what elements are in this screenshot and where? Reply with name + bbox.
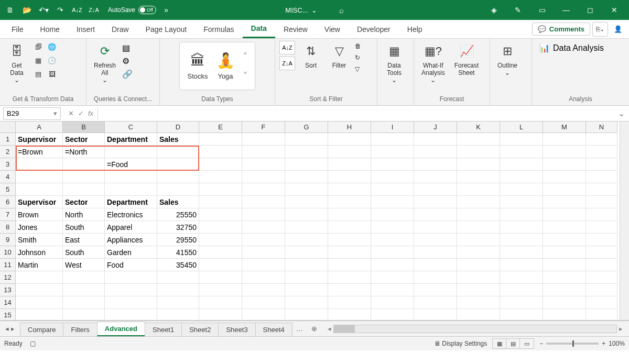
cell-I2[interactable] xyxy=(371,146,414,158)
cell-K1[interactable] xyxy=(457,133,500,146)
close-button[interactable]: ✕ xyxy=(603,4,626,16)
display-settings-button[interactable]: 🖥 Display Settings xyxy=(434,340,487,347)
what-if-button[interactable]: ▦? What-If Analysis ⌄ xyxy=(418,41,448,85)
from-table-icon[interactable]: ▦ xyxy=(32,54,44,66)
reapply-button[interactable]: ↻ xyxy=(355,52,361,63)
cell-B12[interactable] xyxy=(63,271,105,284)
cell-C9[interactable]: Appliances xyxy=(105,234,157,246)
cell-I14[interactable] xyxy=(371,296,414,309)
cell-N4[interactable] xyxy=(586,171,617,183)
queries-icon[interactable]: ▤ xyxy=(122,43,133,53)
comments-button[interactable]: 💬 Comments xyxy=(532,23,590,36)
cell-A13[interactable] xyxy=(16,284,63,296)
cell-I8[interactable] xyxy=(371,221,414,234)
cell-M9[interactable] xyxy=(543,234,586,246)
cell-A10[interactable]: Johnson xyxy=(16,246,63,259)
cell-B8[interactable]: South xyxy=(63,221,105,234)
search-icon[interactable]: ⌕ xyxy=(339,6,344,15)
cell-H13[interactable] xyxy=(328,284,371,296)
cell-B9[interactable]: East xyxy=(63,234,105,246)
cell-H14[interactable] xyxy=(328,296,371,309)
cell-A2[interactable]: =Brown xyxy=(16,146,63,158)
cell-B15[interactable] xyxy=(63,309,105,321)
cell-I5[interactable] xyxy=(371,183,414,196)
cell-H9[interactable] xyxy=(328,234,371,246)
cell-D8[interactable]: 32750 xyxy=(157,221,199,234)
cell-N1[interactable] xyxy=(586,133,617,146)
new-file-icon[interactable]: 🗎 xyxy=(3,4,17,16)
cell-K10[interactable] xyxy=(457,246,500,259)
horizontal-scrollbar[interactable]: ◂ ▸ xyxy=(321,325,629,333)
yoga-data-type[interactable]: 🧘 Yoga xyxy=(216,52,235,80)
zoom-out-icon[interactable]: − xyxy=(539,340,543,347)
sheet-tab-advanced[interactable]: Advanced xyxy=(97,322,145,336)
cell-N6[interactable] xyxy=(586,196,617,208)
row-header-13[interactable]: 13 xyxy=(0,284,16,296)
cell-J11[interactable] xyxy=(414,259,457,271)
cell-H15[interactable] xyxy=(328,309,371,321)
sheet-more-icon[interactable]: … xyxy=(292,325,307,333)
tab-file[interactable]: File xyxy=(3,20,32,38)
cell-G3[interactable] xyxy=(285,158,328,171)
cell-F11[interactable] xyxy=(242,259,285,271)
cell-I12[interactable] xyxy=(371,271,414,284)
cell-L4[interactable] xyxy=(500,171,543,183)
cell-I9[interactable] xyxy=(371,234,414,246)
cell-G1[interactable] xyxy=(285,133,328,146)
filter-button[interactable]: ▽ Filter xyxy=(327,41,352,70)
cell-A11[interactable]: Martin xyxy=(16,259,63,271)
cell-L15[interactable] xyxy=(500,309,543,321)
cell-M7[interactable] xyxy=(543,208,586,221)
fx-icon[interactable]: fx xyxy=(88,109,93,117)
cell-M12[interactable] xyxy=(543,271,586,284)
cell-F3[interactable] xyxy=(242,158,285,171)
cell-G13[interactable] xyxy=(285,284,328,296)
col-header-M[interactable]: M xyxy=(543,122,586,133)
cell-B2[interactable]: =North xyxy=(63,146,105,158)
cell-J12[interactable] xyxy=(414,271,457,284)
cell-L13[interactable] xyxy=(500,284,543,296)
cell-G5[interactable] xyxy=(285,183,328,196)
cell-J1[interactable] xyxy=(414,133,457,146)
existing-conn-icon[interactable]: ▤ xyxy=(32,68,44,80)
cell-F12[interactable] xyxy=(242,271,285,284)
cell-N10[interactable] xyxy=(586,246,617,259)
cell-N9[interactable] xyxy=(586,234,617,246)
cell-C15[interactable] xyxy=(105,309,157,321)
cell-K9[interactable] xyxy=(457,234,500,246)
cell-H10[interactable] xyxy=(328,246,371,259)
cell-G8[interactable] xyxy=(285,221,328,234)
cell-A5[interactable] xyxy=(16,183,63,196)
cell-N8[interactable] xyxy=(586,221,617,234)
row-header-8[interactable]: 8 xyxy=(0,221,16,234)
cell-K3[interactable] xyxy=(457,158,500,171)
cell-H2[interactable] xyxy=(328,146,371,158)
tab-developer[interactable]: Developer xyxy=(349,20,399,38)
cell-A1[interactable]: Supervisor xyxy=(16,133,63,146)
cell-B3[interactable] xyxy=(63,158,105,171)
cell-M4[interactable] xyxy=(543,171,586,183)
cell-D15[interactable] xyxy=(157,309,199,321)
cell-E11[interactable] xyxy=(199,259,242,271)
cell-C2[interactable] xyxy=(105,146,157,158)
cell-G2[interactable] xyxy=(285,146,328,158)
redo-icon[interactable]: ↷ xyxy=(53,4,67,16)
cell-C6[interactable]: Department xyxy=(105,196,157,208)
cell-F13[interactable] xyxy=(242,284,285,296)
cell-D2[interactable] xyxy=(157,146,199,158)
cell-D3[interactable] xyxy=(157,158,199,171)
row-header-1[interactable]: 1 xyxy=(0,133,16,146)
brush-icon[interactable]: ✎ xyxy=(506,4,529,16)
cell-N11[interactable] xyxy=(586,259,617,271)
tab-view[interactable]: View xyxy=(316,20,349,38)
row-header-5[interactable]: 5 xyxy=(0,183,16,196)
row-header-4[interactable]: 4 xyxy=(0,171,16,183)
edit-links-icon[interactable]: 🔗 xyxy=(122,69,133,79)
cell-F10[interactable] xyxy=(242,246,285,259)
cell-E5[interactable] xyxy=(199,183,242,196)
from-text-icon[interactable]: 🗐 xyxy=(32,41,44,52)
sheet-tab-filters[interactable]: Filters xyxy=(63,323,97,336)
new-sheet-button[interactable]: ⊕ xyxy=(307,325,321,333)
refresh-all-button[interactable]: ⟳ Refresh All ⌄ xyxy=(91,41,119,85)
cell-F14[interactable] xyxy=(242,296,285,309)
